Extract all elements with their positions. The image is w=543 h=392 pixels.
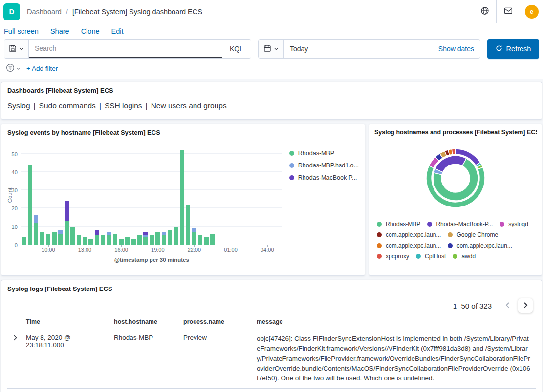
table-row-1: May 8, 2020 @ 23:18:11.000Rhodas-MBPPrev… <box>7 389 536 392</box>
globe-icon-button[interactable] <box>473 0 496 23</box>
bar-bucket-3[interactable] <box>40 232 44 245</box>
legend-dot <box>377 243 382 248</box>
date-picker-menu-button[interactable] <box>259 40 284 58</box>
donut-segment-process-name-xpcproxy[interactable] <box>452 149 456 154</box>
bar-bucket-18[interactable] <box>131 239 136 245</box>
filter-options-button[interactable] <box>6 63 21 74</box>
legend-item-rhodas-mbp[interactable]: Rhodas-MBP <box>377 221 420 227</box>
bar-bucket-15[interactable] <box>113 234 117 245</box>
bar-bucket-12[interactable] <box>95 230 99 245</box>
legend-item-com-apple-xpc-laun[interactable]: com.apple.xpc.laun... <box>377 231 441 238</box>
search-input[interactable] <box>29 40 222 58</box>
bar-bucket-22[interactable] <box>155 232 160 245</box>
bar-bucket-28[interactable] <box>192 228 196 245</box>
bar-bucket-21[interactable] <box>150 235 154 245</box>
bar-bucket-11[interactable] <box>88 239 93 245</box>
app-header: D Dashboard / [Filebeat System] Syslog d… <box>0 0 543 23</box>
mail-icon <box>504 6 513 17</box>
dashboard-link-syslog[interactable]: Syslog <box>7 102 30 110</box>
dashboard-link-new-users-and-groups[interactable]: New users and groups <box>151 102 227 110</box>
bar-bucket-13[interactable] <box>101 235 105 245</box>
next-page-button[interactable] <box>518 298 533 313</box>
saved-query-menu-button[interactable] <box>4 40 29 58</box>
bar-bucket-24[interactable] <box>168 230 172 245</box>
bar-bucket-2[interactable] <box>34 215 38 245</box>
bar-bucket-25[interactable] <box>174 227 178 245</box>
bar-segment <box>119 239 124 245</box>
column-header-process-name[interactable]: process.name <box>179 315 253 329</box>
bar-segment <box>174 227 178 245</box>
legend-item-rhodas-mbp[interactable]: Rhodas-MBP <box>289 150 334 157</box>
show-dates-button[interactable]: Show dates <box>433 40 480 58</box>
bar-bucket-16[interactable] <box>119 239 124 245</box>
chevron-down-icon <box>16 65 21 72</box>
syslog-logs-panel: Syslog logs [Filebeat System] ECS 1–50 o… <box>1 280 542 392</box>
bar-segment <box>143 237 148 245</box>
user-avatar[interactable]: e <box>525 5 539 19</box>
bar-bucket-20[interactable] <box>143 232 148 245</box>
bar-bucket-4[interactable] <box>46 234 50 245</box>
x-tick-label: 10:00 <box>42 247 55 253</box>
previous-page-button[interactable] <box>500 298 515 313</box>
breadcrumb-dashboard[interactable]: Dashboard <box>27 8 62 16</box>
bar-bucket-0[interactable] <box>22 237 26 245</box>
menu-item-full-screen[interactable]: Full screen <box>4 27 39 35</box>
bar-bucket-8[interactable] <box>70 227 75 245</box>
x-tick-mark <box>48 245 49 247</box>
menu-item-clone[interactable]: Clone <box>81 27 100 35</box>
legend-item-awdd[interactable]: awdd <box>453 253 476 260</box>
dashboard-link-ssh-logins[interactable]: SSH logins <box>105 102 142 110</box>
legend-item-rhodas-macbook-p[interactable]: Rhodas-MacBook-P... <box>289 174 357 181</box>
query-bar: KQL Today Show dates Refresh <box>0 38 543 62</box>
bar-bucket-17[interactable] <box>125 237 130 245</box>
dashboards-links-panel: Dashboards [Filebeat System] ECS Syslog|… <box>1 82 542 120</box>
space-avatar[interactable]: D <box>3 3 20 20</box>
bar-bucket-9[interactable] <box>77 235 81 245</box>
refresh-button[interactable]: Refresh <box>487 39 539 59</box>
dashboard-link-sudo-commands[interactable]: Sudo commands <box>39 102 96 110</box>
bar-segment <box>210 234 215 245</box>
bar-bucket-7[interactable] <box>65 201 69 245</box>
date-picker: Today Show dates <box>258 39 480 59</box>
bar-bucket-6[interactable] <box>58 230 63 245</box>
bar-bucket-26[interactable] <box>180 150 184 245</box>
bar-bucket-23[interactable] <box>162 232 166 245</box>
x-tick-mark <box>194 245 195 247</box>
bar-segment <box>162 232 166 235</box>
bar-bucket-27[interactable] <box>186 205 190 245</box>
expand-row-button[interactable] <box>11 334 19 343</box>
bar-bucket-30[interactable] <box>204 237 209 245</box>
legend-item-syslogd[interactable]: syslogd <box>500 221 528 227</box>
bar-bucket-31[interactable] <box>210 234 215 245</box>
legend-item-cpthost[interactable]: CptHost <box>416 253 446 260</box>
add-filter-button[interactable]: + Add filter <box>26 65 58 72</box>
legend-item-rhodas-mbp-hsd1-o[interactable]: Rhodas-MBP.hsd1.o... <box>289 162 359 169</box>
gridline <box>21 226 282 227</box>
bar-bucket-19[interactable] <box>137 235 142 245</box>
host-hostname-cell: Rhodas-MBP <box>110 329 179 389</box>
legend-item-com-apple-xpc-laun[interactable]: com.apple.xpc.laun... <box>448 242 512 249</box>
bar-bucket-14[interactable] <box>107 232 111 245</box>
bar-segment <box>137 235 142 245</box>
legend-dot <box>289 163 294 168</box>
column-header-time[interactable]: Time <box>22 315 110 329</box>
bar-bucket-1[interactable] <box>28 165 32 245</box>
column-header-host-hostname[interactable]: host.hostname <box>110 315 179 329</box>
bar-bucket-5[interactable] <box>52 232 57 245</box>
legend-item-com-apple-xpc-laun[interactable]: com.apple.xpc.laun... <box>377 242 441 249</box>
column-header-message[interactable]: message <box>253 315 536 329</box>
bar-bucket-10[interactable] <box>83 237 87 245</box>
date-range-value[interactable]: Today <box>284 40 433 58</box>
top-menu: Full screenShareCloneEdit <box>0 23 543 38</box>
legend-item-google-chrome[interactable]: Google Chrome <box>448 231 498 238</box>
newsfeed-mail-icon-button[interactable] <box>496 0 520 23</box>
menu-item-edit[interactable]: Edit <box>111 27 124 35</box>
bar-bucket-29[interactable] <box>198 235 202 245</box>
chevron-down-icon <box>274 45 279 53</box>
menu-item-share[interactable]: Share <box>50 27 69 35</box>
legend-item-rhodas-macbook-p[interactable]: Rhodas-MacBook-P... <box>427 221 493 227</box>
bar-segment <box>28 165 32 245</box>
kql-button[interactable]: KQL <box>222 40 251 58</box>
legend-item-xpcproxy[interactable]: xpcproxy <box>377 253 409 260</box>
expander-cell <box>7 329 22 389</box>
